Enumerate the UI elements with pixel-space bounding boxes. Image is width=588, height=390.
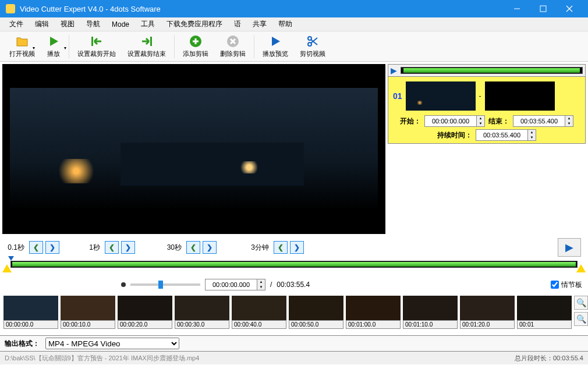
story-item[interactable]: 00:01 xyxy=(517,296,572,329)
scissors-icon xyxy=(306,34,320,48)
output-format-select[interactable]: MP4 - MPEG4 Video xyxy=(45,338,179,349)
clip-index: 01 xyxy=(393,91,402,101)
seek-back-01s[interactable]: ❮ xyxy=(29,241,43,254)
story-time: 00:00:00.0 xyxy=(3,320,58,329)
story-thumb xyxy=(3,296,58,320)
seek-back-3m[interactable]: ❮ xyxy=(274,241,288,254)
tool-label: 添加剪辑 xyxy=(183,49,208,58)
timeline[interactable] xyxy=(6,257,582,275)
seek-row: 0.1秒 ❮ ❯ 1秒 ❮ ❯ 30秒 ❮ ❯ 3分钟 ❮ ❯ ▶ xyxy=(0,239,588,256)
svg-rect-1 xyxy=(540,6,546,12)
menu-视图[interactable]: 视图 xyxy=(55,18,80,30)
story-thumb xyxy=(61,296,115,320)
position-spinner[interactable]: ▲▼ xyxy=(257,279,265,290)
menu-帮助[interactable]: 帮助 xyxy=(272,18,298,30)
titlebar: Video Cutter Expert V4.0 - 4dots Softwar… xyxy=(0,0,588,17)
duration-spinner[interactable]: ▲▼ xyxy=(528,129,536,141)
story-item[interactable]: 00:00:40.0 xyxy=(232,296,286,329)
story-item[interactable]: 00:01:00.0 xyxy=(346,296,401,329)
position-input[interactable] xyxy=(205,279,257,290)
end-input[interactable] xyxy=(513,115,565,127)
clip-thumb-end[interactable] xyxy=(485,81,555,111)
story-time: 00:01:10.0 xyxy=(403,320,458,329)
toolbar: 打开视频播放设置裁剪开始设置裁剪结束添加剪辑删除剪辑播放预览剪切视频 xyxy=(0,31,588,62)
tool-label: 设置裁剪结束 xyxy=(127,49,166,58)
speed-slider[interactable] xyxy=(130,283,200,286)
total-dur: 00:03:55.4 xyxy=(553,354,583,361)
seek-fwd-3m[interactable]: ❯ xyxy=(290,241,304,254)
plus-circle-icon xyxy=(189,34,203,48)
start-spinner[interactable]: ▲▼ xyxy=(477,115,485,127)
story-thumb xyxy=(346,296,401,320)
play-preview-button[interactable]: 播放预览 xyxy=(257,32,294,61)
storyboard-label: 情节板 xyxy=(561,280,582,290)
dot-icon xyxy=(121,282,126,287)
seek-back-1s[interactable]: ❮ xyxy=(105,241,119,254)
clip-panel: ▶ 01 - 开始： ▲▼ 结束： ▲▼ 持续时间： ▲▼ xyxy=(388,64,586,234)
statusbar: D:\bak\SS\【玩命關頭9】官方预告 - 2021年 IMAX同步震撼登场… xyxy=(0,352,588,364)
story-item[interactable]: 00:01:10.0 xyxy=(403,296,458,329)
story-item[interactable]: 00:00:00.0 xyxy=(3,296,58,329)
seek-fwd-1s[interactable]: ❯ xyxy=(121,241,135,254)
story-thumb xyxy=(517,296,572,320)
app-icon xyxy=(6,4,15,13)
open-button[interactable]: 打开视频 xyxy=(3,32,41,61)
maximize-button[interactable] xyxy=(530,0,556,17)
story-item[interactable]: 00:00:20.0 xyxy=(118,296,172,329)
menu-工具[interactable]: 工具 xyxy=(135,18,161,30)
story-item[interactable]: 00:00:50.0 xyxy=(289,296,343,329)
total-time: 00:03:55.4 xyxy=(277,281,310,289)
tool-label: 打开视频 xyxy=(9,49,35,58)
seek-back-30s[interactable]: ❮ xyxy=(186,241,200,254)
play-icon xyxy=(47,34,61,48)
story-item[interactable]: 00:00:10.0 xyxy=(61,296,115,329)
play-button[interactable]: 播放 xyxy=(41,32,66,61)
svg-rect-4 xyxy=(91,37,93,46)
start-input[interactable] xyxy=(424,115,477,127)
zoom-in-button[interactable]: 🔍+ xyxy=(574,296,588,310)
menu-Mode[interactable]: Mode xyxy=(106,19,135,30)
arrow-right-bar-icon xyxy=(140,34,154,48)
story-time: 00:00:40.0 xyxy=(232,320,286,329)
clip-thumb-start[interactable] xyxy=(406,81,476,111)
output-row: 输出格式： MP4 - MPEG4 Video xyxy=(0,335,588,352)
minimize-button[interactable] xyxy=(504,0,530,17)
story-item[interactable]: 00:00:30.0 xyxy=(175,296,229,329)
storyboard-checkbox[interactable] xyxy=(551,281,559,289)
menu-文件[interactable]: 文件 xyxy=(3,18,29,30)
story-thumb xyxy=(232,296,286,320)
clip-progress[interactable] xyxy=(401,67,583,74)
menu-共享[interactable]: 共享 xyxy=(247,18,272,30)
play-big-button[interactable]: ▶ xyxy=(558,238,581,257)
play-icon xyxy=(268,34,282,48)
arrow-left-bar-icon xyxy=(90,34,104,48)
seek-fwd-30s[interactable]: ❯ xyxy=(203,241,217,254)
tool-label: 播放 xyxy=(47,49,60,58)
zoom-out-button[interactable]: 🔍− xyxy=(574,312,588,326)
add-cut-button[interactable]: 添加剪辑 xyxy=(177,32,214,61)
position-bar: ▲▼ / 00:03:55.4 情节板 xyxy=(0,276,588,293)
range-end-handle[interactable] xyxy=(576,264,586,272)
story-time: 00:00:10.0 xyxy=(61,320,115,329)
tool-label: 删除剪辑 xyxy=(220,49,246,58)
story-time: 00:00:20.0 xyxy=(118,320,172,329)
folder-icon xyxy=(15,34,29,48)
story-item[interactable]: 00:01:20.0 xyxy=(460,296,515,329)
menu-下载免费应用程序[interactable]: 下载免费应用程序 xyxy=(161,18,228,30)
story-thumb xyxy=(403,296,458,320)
del-cut-button[interactable]: 删除剪辑 xyxy=(214,32,252,61)
cut-video-button[interactable]: 剪切视频 xyxy=(294,32,331,61)
set-start-button[interactable]: 设置裁剪开始 xyxy=(72,32,122,61)
seek-fwd-01s[interactable]: ❯ xyxy=(45,241,59,254)
video-preview[interactable] xyxy=(2,64,385,234)
clip-play-button[interactable]: ▶ xyxy=(391,66,397,75)
menu-编辑[interactable]: 编辑 xyxy=(29,18,55,30)
menu-导航[interactable]: 导航 xyxy=(80,18,106,30)
close-button[interactable] xyxy=(556,0,582,17)
playhead[interactable] xyxy=(8,257,14,271)
tool-label: 剪切视频 xyxy=(300,49,325,58)
set-end-button[interactable]: 设置裁剪结束 xyxy=(122,32,172,61)
end-spinner[interactable]: ▲▼ xyxy=(565,115,573,127)
duration-input[interactable] xyxy=(476,129,528,141)
menu-语[interactable]: 语 xyxy=(228,18,247,30)
